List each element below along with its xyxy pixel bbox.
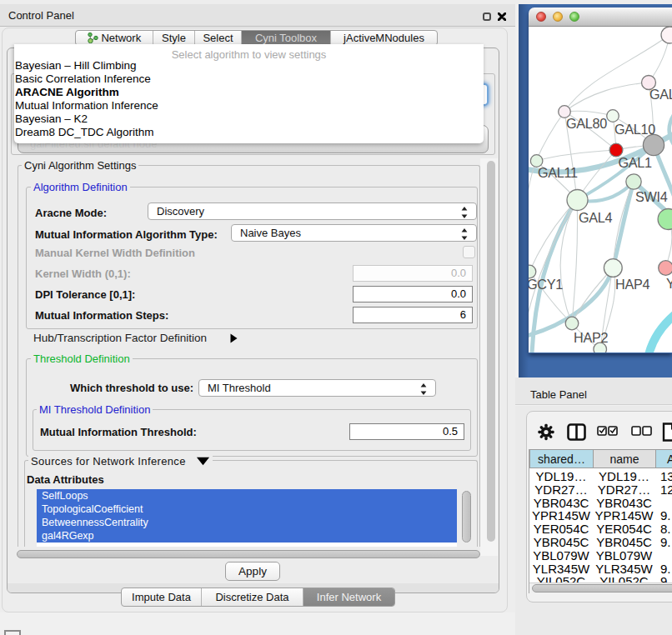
svg-text:GCY1: GCY1: [529, 277, 563, 292]
svg-text:GAL10: GAL10: [614, 122, 655, 137]
svg-text:GAL4: GAL4: [579, 210, 612, 225]
svg-text:GAL7: GAL7: [649, 87, 672, 102]
svg-text:GAL80: GAL80: [566, 116, 607, 131]
svg-text:HAP4: HAP4: [615, 277, 649, 292]
svg-text:GAL1: GAL1: [619, 155, 652, 170]
svg-text:GAL11: GAL11: [538, 165, 578, 180]
svg-text:SWI4: SWI4: [635, 189, 668, 204]
svg-text:YJ: YJ: [666, 276, 672, 291]
svg-text:HAP2: HAP2: [574, 330, 608, 345]
